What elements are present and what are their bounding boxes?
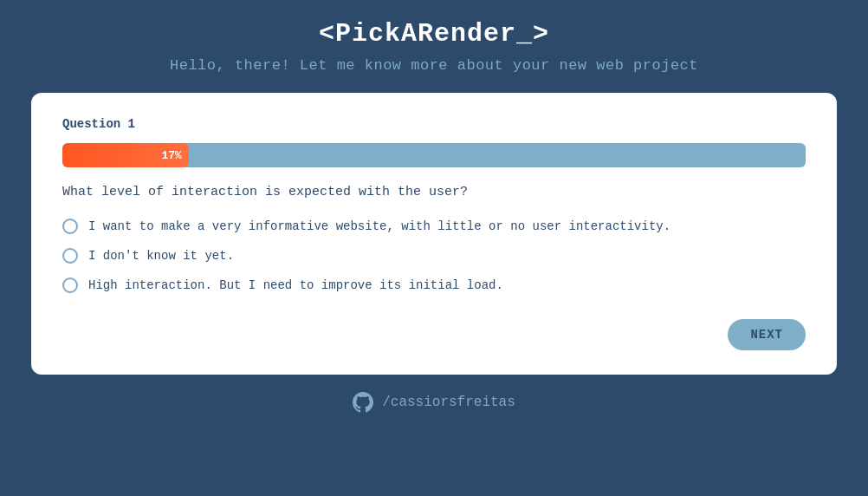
next-button[interactable]: NEXT xyxy=(728,319,806,350)
github-icon xyxy=(353,392,373,413)
options-list: I want to make a very informative websit… xyxy=(62,219,806,293)
progress-label: 17% xyxy=(161,149,181,162)
progress-bar-fill: 17% xyxy=(62,143,189,167)
header: <PickARender_> Hello, there! Let me know… xyxy=(170,0,698,82)
option-text-2: I don't know it yet. xyxy=(88,249,234,263)
footer: /cassiorsfreitas xyxy=(353,392,515,413)
footer-github-label[interactable]: /cassiorsfreitas xyxy=(382,395,515,410)
app-title: <PickARender_> xyxy=(170,19,698,49)
subtitle: Hello, there! Let me know more about you… xyxy=(170,57,698,74)
option-item-3[interactable]: High interaction. But I need to improve … xyxy=(62,277,806,293)
option-text-3: High interaction. But I need to improve … xyxy=(88,278,503,292)
radio-option-3[interactable] xyxy=(62,277,78,293)
option-text-1: I want to make a very informative websit… xyxy=(88,219,670,233)
progress-bar-container: 17% xyxy=(62,143,806,167)
question-label: Question 1 xyxy=(62,117,806,131)
option-item-2[interactable]: I don't know it yet. xyxy=(62,248,806,264)
card-footer: NEXT xyxy=(62,319,806,350)
radio-option-2[interactable] xyxy=(62,248,78,264)
option-item-1[interactable]: I want to make a very informative websit… xyxy=(62,219,806,234)
question-text: What level of interaction is expected wi… xyxy=(62,185,806,199)
question-card: Question 1 17% What level of interaction… xyxy=(31,93,837,375)
radio-option-1[interactable] xyxy=(62,219,78,234)
